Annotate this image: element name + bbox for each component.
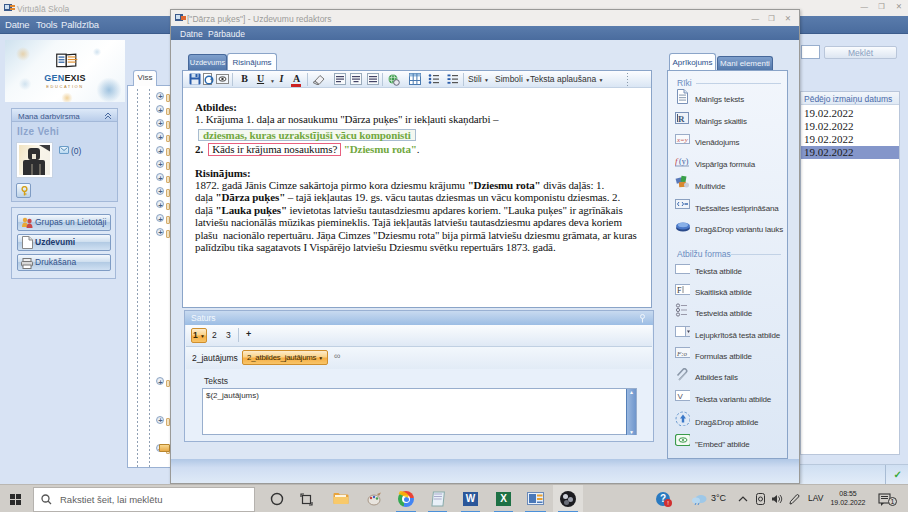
svg-text:V: V [678, 392, 684, 401]
svg-text:R: R [678, 114, 685, 124]
svg-text:F:o: F:o [676, 350, 688, 358]
svg-text:F: F [677, 286, 682, 295]
svg-text:(y): (y) [679, 157, 689, 166]
svg-text:x=y: x=y [676, 136, 689, 144]
